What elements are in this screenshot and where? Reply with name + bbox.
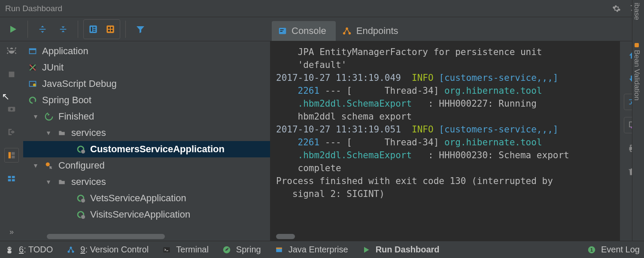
tree-services2-label: services xyxy=(71,176,106,187)
status-todo-key: 6 xyxy=(19,245,24,254)
tree-services-1[interactable]: ▼ services xyxy=(23,125,270,141)
stop-button[interactable] xyxy=(4,67,19,82)
tree-configured[interactable]: ▼ Configured xyxy=(23,157,270,174)
vcs-icon xyxy=(66,245,76,255)
svg-rect-9 xyxy=(111,30,112,31)
tab-console[interactable]: Console xyxy=(272,21,336,41)
console-thread: --- [ Thread-34] xyxy=(319,137,444,147)
application-icon xyxy=(27,46,39,56)
svg-point-34 xyxy=(81,199,85,203)
console-msg: : HHH000227: Running xyxy=(412,98,537,109)
svg-point-43 xyxy=(10,248,11,249)
vertical-tab-ibase[interactable]: ibase xyxy=(632,3,641,20)
spring-run-icon xyxy=(75,209,87,220)
tree-visits-label: VisitsServiceApplication xyxy=(90,209,190,220)
tree-application[interactable]: Application xyxy=(23,43,270,59)
console-pid: 2261 xyxy=(276,86,319,96)
tree-springboot[interactable]: Spring Boot xyxy=(23,92,270,108)
console-line: JPA EntityManagerFactory for persistence… xyxy=(276,47,542,57)
status-eventlog[interactable]: 1 Event Log xyxy=(586,245,640,255)
console-level: INFO xyxy=(412,124,439,135)
debug-bug-icon[interactable] xyxy=(4,44,19,58)
tree-application-label: Application xyxy=(42,46,88,57)
console-ctx: [customers-service,,,] xyxy=(439,73,558,83)
tab-endpoints-label: Endpoints xyxy=(356,25,398,37)
more-chevron[interactable]: » xyxy=(9,227,14,236)
svg-rect-2 xyxy=(93,27,95,28)
console-class: .hbm2ddl.SchemaExport xyxy=(276,150,412,160)
tree-configured-label: Configured xyxy=(58,160,105,171)
svg-rect-16 xyxy=(9,72,15,77)
tree-customers-label: CustomersServiceApplication xyxy=(90,144,225,155)
tree-customers-app[interactable]: CustomersServiceApplication xyxy=(23,141,270,157)
svg-rect-5 xyxy=(106,25,114,33)
tree-finished-label: Finished xyxy=(58,111,94,122)
vertical-tab-bean-label: Bean Validation xyxy=(633,50,641,101)
tree-scrollbar[interactable] xyxy=(47,234,261,239)
tree-services-2[interactable]: ▼ services xyxy=(23,174,270,190)
console-icon xyxy=(278,26,287,36)
group-by-type-button[interactable] xyxy=(85,21,102,38)
tree-springboot-label: Spring Boot xyxy=(42,95,91,106)
console-line: 'default' xyxy=(276,60,346,70)
status-vcs-label: : Version Control xyxy=(85,245,149,254)
tree-jsdebug-label: JavaScript Debug xyxy=(42,78,117,89)
tree-services1-label: services xyxy=(71,127,106,138)
run-button[interactable] xyxy=(3,20,22,39)
exit-icon[interactable] xyxy=(4,125,19,139)
console-level: INFO xyxy=(412,73,439,83)
tree-junit[interactable]: JUnit xyxy=(23,59,270,76)
filter-button[interactable] xyxy=(131,20,150,39)
vertical-tab-bean-validation[interactable]: Bean Validation xyxy=(632,43,641,101)
svg-rect-3 xyxy=(93,28,95,29)
svg-rect-7 xyxy=(111,27,112,28)
chevron-down-icon: ▼ xyxy=(32,162,39,169)
status-vcs[interactable]: 9: Version Control xyxy=(66,245,149,255)
status-javaee[interactable]: Java Enterprise xyxy=(274,245,348,255)
finished-icon xyxy=(43,111,55,122)
svg-rect-41 xyxy=(7,250,11,253)
collapse-all-button[interactable] xyxy=(54,20,73,39)
svg-rect-20 xyxy=(12,152,15,155)
expand-all-button[interactable] xyxy=(33,20,52,39)
status-todo[interactable]: 6: TODO xyxy=(4,245,53,255)
thumbnails-icon[interactable] xyxy=(4,171,19,186)
svg-point-35 xyxy=(81,215,85,219)
camera-icon[interactable] xyxy=(4,101,19,116)
svg-point-32 xyxy=(81,150,85,154)
layout-icon[interactable] xyxy=(4,148,19,163)
svg-rect-19 xyxy=(9,152,11,159)
status-todo-label: : TODO xyxy=(24,245,53,254)
console-msg: complete xyxy=(276,163,341,173)
console-class: org.hibernate.tool xyxy=(444,137,542,147)
tree-visits-app[interactable]: VisitsServiceApplication xyxy=(23,206,270,223)
status-rundashboard[interactable]: Run Dashboard xyxy=(361,245,440,255)
tree-finished[interactable]: ▼ Finished xyxy=(23,108,270,125)
status-spring[interactable]: Spring xyxy=(222,245,261,255)
status-spring-label: Spring xyxy=(236,245,261,255)
console-ctx: [customers-service,,,] xyxy=(439,124,558,135)
gear-icon[interactable] xyxy=(611,3,623,15)
svg-rect-27 xyxy=(30,49,36,50)
svg-rect-21 xyxy=(12,156,15,158)
tree-jsdebug[interactable]: JavaScript Debug xyxy=(23,76,270,92)
status-terminal[interactable]: Terminal xyxy=(161,245,209,255)
svg-point-42 xyxy=(8,248,9,249)
group-by-status-button[interactable] xyxy=(102,21,119,38)
console-ts: 2017-10-27 11:31:19.049 xyxy=(276,73,412,83)
status-terminal-label: Terminal xyxy=(176,245,209,255)
folder-icon xyxy=(56,128,68,138)
svg-rect-24 xyxy=(8,179,11,181)
tab-endpoints[interactable]: Endpoints xyxy=(336,21,408,41)
svg-point-30 xyxy=(33,83,36,86)
console-output: JPA EntityManagerFactory for persistence… xyxy=(270,41,620,241)
status-rundash-label: Run Dashboard xyxy=(376,245,440,255)
tree-junit-label: JUnit xyxy=(42,62,64,73)
todo-icon xyxy=(4,245,15,255)
console-ts: 2017-10-27 11:31:19.051 xyxy=(276,124,412,135)
tree-vets-app[interactable]: VetsServiceApplication xyxy=(23,190,270,206)
tree-vets-label: VetsServiceApplication xyxy=(90,193,186,204)
chevron-down-icon: ▼ xyxy=(45,129,52,136)
svg-point-40 xyxy=(7,246,11,250)
console-scrollbar[interactable] xyxy=(276,234,590,239)
